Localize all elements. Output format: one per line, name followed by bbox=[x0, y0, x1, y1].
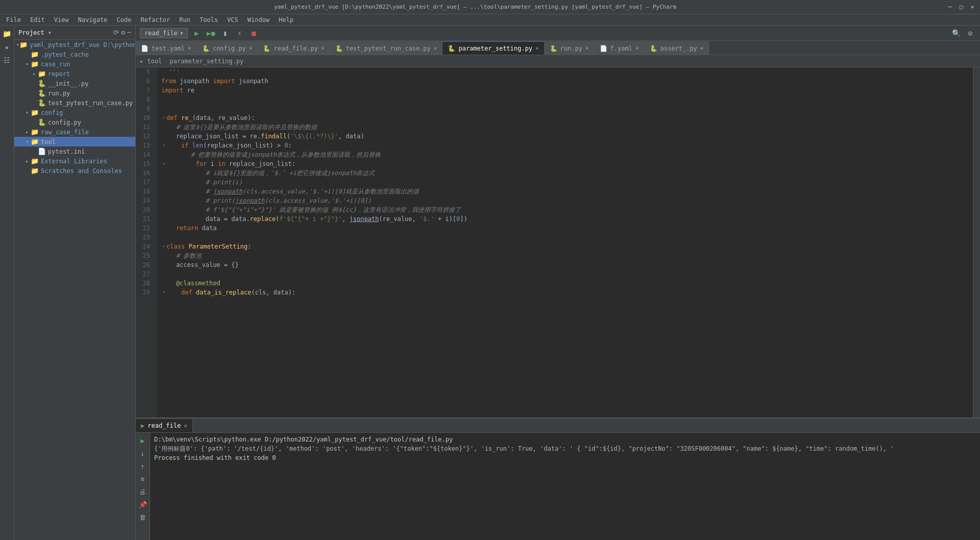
tree-item-external-libs[interactable]: ▸ 📁 External Libraries bbox=[14, 156, 135, 166]
line-num-23: 23 bbox=[136, 233, 153, 242]
tab-test-yaml[interactable]: 📄 test.yaml × bbox=[136, 41, 197, 55]
menu-bar: File Edit View Navigate Code Refactor Ru… bbox=[0, 14, 980, 26]
line-num-7: 7 bbox=[136, 86, 153, 95]
delete-button[interactable]: 🗑 bbox=[137, 511, 149, 523]
tab-close-button[interactable]: × bbox=[321, 45, 325, 52]
print-button[interactable]: 🖨 bbox=[137, 486, 149, 497]
tree-item-scratches[interactable]: 📁 Scratches and Consoles bbox=[14, 166, 135, 176]
code-editor[interactable]: ''' from jsonpath import jsonpath import… bbox=[157, 67, 973, 418]
tab-close-button[interactable]: × bbox=[188, 45, 191, 52]
code-line-10: ▾ def re_(data, re_value): bbox=[157, 113, 973, 122]
code-line-21: data = data.replace(f'${"{"+ i +"}"}', j… bbox=[157, 214, 973, 224]
tree-item-run-py[interactable]: 🐍 run.py bbox=[14, 88, 135, 98]
line-num-27: 27 bbox=[136, 269, 153, 279]
run-config-dropdown[interactable]: read_file ▾ bbox=[140, 28, 188, 38]
py-icon: 🐍 bbox=[38, 99, 46, 107]
settings-button[interactable]: ⚙ bbox=[965, 28, 976, 39]
tree-label: test_pytest_run_case.py bbox=[48, 100, 133, 107]
tree-label: External Libraries bbox=[41, 158, 107, 165]
project-icon[interactable]: 📁 bbox=[1, 28, 13, 40]
tree-item-pytest-cache[interactable]: 📁 .pytest_cache bbox=[14, 50, 135, 59]
tab-test-pytest-run-case[interactable]: 🐍 test_pytest_run_case.py × bbox=[330, 41, 443, 55]
line-num-8: 8 bbox=[136, 95, 153, 104]
code-line-23 bbox=[157, 233, 973, 242]
tree-item-init[interactable]: 🐍 __init__.py bbox=[14, 79, 135, 88]
code-line-12: replace_json_list = re.findall('\$\{(.*?… bbox=[157, 132, 973, 141]
tab-read-file-py[interactable]: 🐍 read_file.py × bbox=[258, 41, 330, 55]
code-line-8 bbox=[157, 95, 973, 104]
tree-item-report[interactable]: ▸ 📁 report bbox=[14, 69, 135, 79]
tab-close-button[interactable]: × bbox=[635, 45, 639, 52]
maximize-button[interactable]: □ bbox=[958, 4, 965, 11]
menu-navigate[interactable]: Navigate bbox=[74, 15, 112, 24]
scroll-up-button[interactable]: ↑ bbox=[137, 460, 149, 472]
profile-button[interactable]: ⚡ bbox=[234, 28, 245, 39]
search-everywhere-button[interactable]: 🔍 bbox=[950, 28, 962, 39]
pin-button[interactable]: 📌 bbox=[137, 499, 149, 510]
line-num-5: 5 bbox=[136, 67, 153, 77]
tab-close-button[interactable]: × bbox=[249, 45, 253, 52]
menu-help[interactable]: Help bbox=[275, 15, 298, 24]
menu-view[interactable]: View bbox=[50, 15, 73, 24]
run-button[interactable]: ▶ bbox=[191, 28, 202, 39]
project-tools: ⟳ ⚙ ─ bbox=[113, 29, 131, 36]
tab-run-py[interactable]: 🐍 run.py × bbox=[545, 41, 595, 55]
tree-item-tool[interactable]: ▾ 📁 tool bbox=[14, 137, 135, 146]
structure-icon[interactable]: ☷ bbox=[1, 54, 13, 66]
tree-item-config-py[interactable]: 🐍 config.py bbox=[14, 117, 135, 127]
menu-file[interactable]: File bbox=[2, 15, 25, 24]
debug-button[interactable]: ▶● bbox=[205, 28, 216, 39]
fold-indicator[interactable]: ▾ bbox=[161, 113, 166, 122]
tab-close-button[interactable]: × bbox=[434, 45, 437, 52]
close-button[interactable]: ✕ bbox=[969, 4, 976, 11]
bottom-tab-close-button[interactable]: × bbox=[184, 423, 187, 429]
bookmark-icon[interactable]: ★ bbox=[1, 41, 13, 53]
coverage-button[interactable]: ▮ bbox=[219, 28, 231, 39]
fold-indicator[interactable]: ▾ bbox=[161, 159, 166, 168]
menu-run[interactable]: Run bbox=[175, 15, 194, 24]
bottom-tab-run[interactable]: ▶ read_file × bbox=[136, 419, 193, 432]
tab-close-button[interactable]: × bbox=[535, 45, 539, 52]
fold-indicator[interactable]: ▾ bbox=[161, 242, 166, 251]
tree-item-root[interactable]: ▾ 📁 yaml_pytest_drf_vue D:\python2022\ bbox=[14, 40, 135, 50]
menu-refactor[interactable]: Refactor bbox=[136, 15, 174, 24]
menu-code[interactable]: Code bbox=[113, 15, 136, 24]
tab-parameter-setting[interactable]: 🐍 parameter_setting.py × bbox=[443, 41, 544, 55]
tab-close-button[interactable]: × bbox=[585, 45, 589, 52]
fold-indicator[interactable]: ▾ bbox=[161, 288, 166, 297]
sync-tool-button[interactable]: ⟳ bbox=[113, 29, 119, 36]
output-cmd-line: D:\bm\venv\Scripts\python.exe D:/python2… bbox=[154, 435, 976, 444]
tree-item-case-run[interactable]: ▾ 📁 case_run bbox=[14, 59, 135, 69]
run-icon: ▶ bbox=[141, 422, 144, 429]
tree-item-raw-case[interactable]: ▸ 📁 raw_case_file bbox=[14, 127, 135, 137]
gear-tool-button[interactable]: ⚙ bbox=[121, 29, 125, 36]
menu-vcs[interactable]: VCS bbox=[223, 15, 242, 24]
code-line-25: # 参数池 bbox=[157, 251, 973, 260]
list-view-button[interactable]: ≡ bbox=[137, 473, 149, 484]
fold-indicator[interactable]: ▾ bbox=[161, 141, 166, 150]
breadcrumb-file: parameter_setting.py bbox=[170, 58, 244, 65]
menu-edit[interactable]: Edit bbox=[26, 15, 49, 24]
code-line-22: return data bbox=[157, 224, 973, 233]
tree-item-pytest-ini[interactable]: 📄 pytest.ini bbox=[14, 146, 135, 156]
tree-item-config[interactable]: ▾ 📁 config bbox=[14, 108, 135, 117]
tab-config-py[interactable]: 🐍 config.py × bbox=[197, 41, 258, 55]
project-panel: Project ▾ ⟳ ⚙ ─ ▾ 📁 yaml_pytest_drf_vue … bbox=[14, 26, 136, 540]
run-again-button[interactable]: ▶ bbox=[137, 435, 149, 446]
bottom-left-toolbar: ▶ ↓ ↑ ≡ 🖨 📌 🗑 bbox=[136, 433, 150, 540]
tab-label: read_file.py bbox=[274, 45, 318, 52]
folder-icon: 📁 bbox=[31, 167, 39, 175]
scroll-down-button[interactable]: ↓ bbox=[137, 448, 149, 459]
code-line-17: # print(i) bbox=[157, 178, 973, 187]
menu-window[interactable]: Window bbox=[243, 15, 274, 24]
tab-f-yaml[interactable]: 📄 f.yaml × bbox=[595, 41, 645, 55]
project-tree: ▾ 📁 yaml_pytest_drf_vue D:\python2022\ 📁… bbox=[14, 40, 135, 540]
tab-close-button[interactable]: × bbox=[700, 45, 704, 52]
hide-tool-button[interactable]: ─ bbox=[127, 29, 131, 36]
stop-button[interactable]: ■ bbox=[248, 28, 259, 39]
menu-tools[interactable]: Tools bbox=[195, 15, 222, 24]
tab-assert-py[interactable]: 🐍 assert_.py × bbox=[645, 41, 709, 55]
tab-label: parameter_setting.py bbox=[458, 45, 532, 52]
minimize-button[interactable]: ─ bbox=[946, 4, 953, 11]
tree-item-test-py[interactable]: 🐍 test_pytest_run_case.py bbox=[14, 98, 135, 108]
